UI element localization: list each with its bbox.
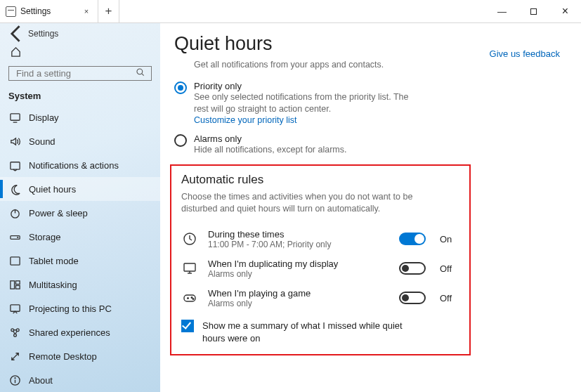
power-icon bbox=[8, 207, 21, 219]
sidebar-item-power[interactable]: Power & sleep bbox=[0, 201, 160, 225]
sidebar-item-shared[interactable]: Shared experiences bbox=[0, 320, 160, 344]
option-off[interactable]: Get all notifications from your apps and… bbox=[174, 59, 581, 72]
sidebar-item-display[interactable]: Display bbox=[0, 105, 160, 129]
maximize-icon bbox=[530, 8, 537, 15]
rule-label: During these times bbox=[208, 229, 389, 240]
sidebar-item-sound[interactable]: Sound bbox=[0, 129, 160, 153]
sidebar-header: Settings bbox=[0, 23, 160, 44]
sidebar-section-system: System bbox=[0, 88, 160, 105]
shared-icon bbox=[8, 326, 21, 339]
sidebar-item-label: Sound bbox=[29, 136, 56, 147]
sidebar-item-tablet[interactable]: Tablet mode bbox=[0, 249, 160, 273]
option-alarms-desc: Hide all notifications, except for alarm… bbox=[194, 144, 346, 156]
automatic-rules-highlight: Automatic rules Choose the times and act… bbox=[170, 164, 471, 356]
tablet-icon bbox=[8, 254, 21, 267]
rule-state: On bbox=[440, 234, 459, 244]
rule-state: Off bbox=[440, 293, 459, 303]
svg-line-29 bbox=[142, 74, 144, 76]
quiethours-icon bbox=[8, 183, 21, 195]
sidebar-item-quiethours[interactable]: Quiet hours bbox=[0, 177, 160, 201]
sidebar-heading: Settings bbox=[28, 29, 58, 39]
sidebar-item-projecting[interactable]: Projecting to this PC bbox=[0, 296, 160, 320]
sidebar-item-label: Storage bbox=[29, 232, 61, 242]
home-icon bbox=[10, 46, 22, 60]
window-close-button[interactable]: × bbox=[549, 0, 581, 22]
sidebar-item-remote[interactable]: Remote Desktop bbox=[0, 344, 160, 368]
window-controls: — × bbox=[486, 0, 581, 22]
radio-alarms[interactable] bbox=[174, 134, 187, 147]
display-icon bbox=[8, 111, 21, 124]
tab-title: Settings bbox=[20, 6, 81, 16]
sound-icon bbox=[8, 135, 21, 148]
option-alarms-label: Alarms only bbox=[194, 133, 346, 144]
sidebar-item-about[interactable]: About bbox=[0, 368, 160, 392]
sidebar-item-storage[interactable]: Storage bbox=[0, 225, 160, 249]
rule-toggle[interactable] bbox=[399, 233, 426, 245]
titlebar: Settings × + — × bbox=[0, 0, 581, 23]
game-icon bbox=[181, 291, 198, 305]
monitor-icon bbox=[181, 261, 198, 275]
option-priority[interactable]: Priority only See only selected notifica… bbox=[174, 81, 581, 125]
sidebar-item-label: Tablet mode bbox=[29, 256, 79, 266]
projecting-icon bbox=[8, 302, 21, 315]
sidebar-item-label: Shared experiences bbox=[29, 327, 110, 338]
option-priority-label: Priority only bbox=[194, 81, 412, 91]
sidebar-item-label: Notifications & actions bbox=[29, 160, 119, 171]
storage-icon bbox=[8, 230, 21, 243]
rule-state: Off bbox=[440, 263, 459, 274]
summary-checkbox[interactable] bbox=[181, 320, 194, 332]
option-priority-desc: See only selected notifications from the… bbox=[194, 91, 412, 115]
option-off-desc: Get all notifications from your apps and… bbox=[194, 59, 384, 71]
rule-label: When I'm playing a game bbox=[208, 288, 389, 299]
rule-desc: 11:00 PM - 7:00 AM; Priority only bbox=[208, 240, 389, 249]
home-button[interactable] bbox=[0, 44, 160, 62]
radio-group: Get all notifications from your apps and… bbox=[174, 59, 581, 156]
remote-icon bbox=[8, 350, 21, 362]
rules-heading: Automatic rules bbox=[181, 173, 459, 187]
sidebar-item-label: Display bbox=[29, 112, 59, 123]
customize-priority-link[interactable]: Customize your priority list bbox=[194, 115, 412, 125]
clock-icon bbox=[181, 232, 198, 246]
notifications-icon bbox=[8, 159, 21, 171]
search-input[interactable] bbox=[15, 67, 136, 79]
summary-checkbox-label: Show me a summary of what I missed while… bbox=[202, 320, 420, 344]
sidebar: Settings System DisplaySoundNotification… bbox=[0, 23, 160, 392]
rule-toggle[interactable] bbox=[399, 262, 426, 275]
maximize-button[interactable] bbox=[518, 0, 549, 22]
about-icon bbox=[8, 374, 21, 386]
sidebar-item-label: Multitasking bbox=[29, 280, 77, 290]
rule-label: When I'm duplicating my display bbox=[208, 259, 389, 269]
radio-priority[interactable] bbox=[174, 81, 187, 94]
search-icon bbox=[136, 67, 145, 79]
sidebar-item-label: Quiet hours bbox=[29, 184, 76, 195]
rule-desc: Alarms only bbox=[208, 269, 389, 279]
back-button[interactable] bbox=[6, 23, 28, 44]
sidebar-item-label: Projecting to this PC bbox=[29, 303, 112, 314]
rule-desc: Alarms only bbox=[208, 299, 389, 308]
tab-settings[interactable]: Settings × bbox=[0, 0, 98, 22]
search-box[interactable] bbox=[8, 66, 152, 81]
rule-toggle[interactable] bbox=[399, 292, 426, 304]
sidebar-item-label: Power & sleep bbox=[29, 208, 88, 218]
feedback-link[interactable]: Give us feedback bbox=[490, 48, 560, 59]
sidebar-item-notifications[interactable]: Notifications & actions bbox=[0, 153, 160, 177]
minimize-button[interactable]: — bbox=[486, 0, 518, 22]
sidebar-item-label: About bbox=[29, 375, 53, 386]
summary-checkbox-row[interactable]: Show me a summary of what I missed while… bbox=[181, 320, 459, 344]
new-tab-button[interactable]: + bbox=[98, 0, 119, 22]
multitask-icon bbox=[8, 278, 21, 291]
main-content: Quiet hours Give us feedback Get all not… bbox=[160, 23, 581, 392]
option-alarms[interactable]: Alarms only Hide all notifications, exce… bbox=[174, 133, 581, 156]
svg-point-28 bbox=[137, 69, 143, 74]
rules-desc: Choose the times and activities when you… bbox=[181, 191, 413, 215]
settings-tab-icon bbox=[6, 6, 16, 17]
sidebar-item-multitask[interactable]: Multitasking bbox=[0, 273, 160, 296]
rule-clock[interactable]: During these times11:00 PM - 7:00 AM; Pr… bbox=[181, 224, 459, 254]
rule-monitor[interactable]: When I'm duplicating my displayAlarms on… bbox=[181, 254, 459, 283]
close-icon[interactable]: × bbox=[81, 6, 92, 17]
sidebar-item-label: Remote Desktop bbox=[29, 351, 97, 362]
rule-game[interactable]: When I'm playing a gameAlarms onlyOff bbox=[181, 283, 459, 313]
